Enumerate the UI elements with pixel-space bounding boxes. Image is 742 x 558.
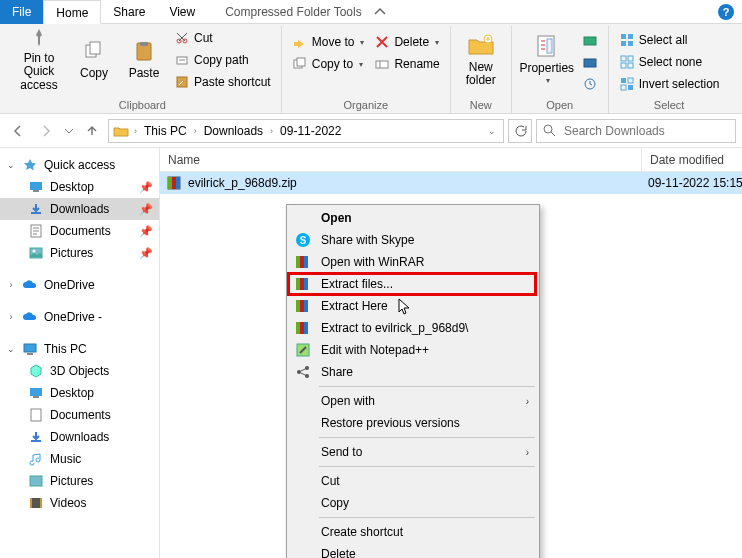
invert-selection-label: Invert selection — [639, 77, 720, 91]
new-folder-icon — [467, 31, 495, 59]
move-to-button[interactable]: Move to ▾ — [288, 32, 369, 52]
rename-button[interactable]: Rename — [370, 54, 443, 74]
new-folder-button[interactable]: New folder — [457, 26, 505, 92]
ctx-restore-previous[interactable]: Restore previous versions — [289, 412, 537, 434]
chevron-down-icon[interactable]: ⌄ — [485, 126, 499, 136]
chevron-right-icon[interactable]: › — [6, 312, 16, 322]
copy-icon — [80, 37, 108, 65]
help-icon[interactable]: ? — [718, 4, 734, 20]
tab-file[interactable]: File — [0, 0, 43, 24]
winrar-icon — [293, 276, 313, 292]
tree-item-pictures[interactable]: Pictures 📌 — [0, 242, 159, 264]
ctx-create-shortcut[interactable]: Create shortcut — [289, 521, 537, 543]
breadcrumb-separator[interactable]: › — [267, 126, 276, 136]
breadcrumb-item[interactable]: 09-11-2022 — [278, 124, 343, 138]
copy-path-button[interactable]: Copy path — [170, 50, 275, 70]
tree-item-3d-objects[interactable]: 3D Objects — [0, 360, 159, 382]
ctx-delete[interactable]: Delete — [289, 543, 537, 558]
svg-rect-3 — [140, 42, 148, 46]
pin-icon — [25, 26, 53, 50]
delete-button[interactable]: Delete ▾ — [370, 32, 443, 52]
recent-locations-button[interactable] — [62, 119, 76, 143]
chevron-down-icon[interactable]: ⌄ — [6, 344, 16, 354]
tree-item-pc-pictures[interactable]: Pictures — [0, 470, 159, 492]
ctx-cut[interactable]: Cut — [289, 470, 537, 492]
svg-rect-53 — [296, 278, 300, 290]
tree-item-documents[interactable]: Documents 📌 — [0, 220, 159, 242]
copy-button[interactable]: Copy — [70, 26, 118, 92]
ctx-separator — [319, 517, 535, 518]
ctx-share[interactable]: Share — [289, 361, 537, 383]
tree-item-pc-videos[interactable]: Videos — [0, 492, 159, 514]
collapse-ribbon-icon[interactable] — [374, 6, 386, 18]
ctx-open-with[interactable]: Open with› — [289, 390, 537, 412]
pin-to-quick-access-button[interactable]: Pin to Quick access — [10, 26, 68, 92]
ctx-extract-here[interactable]: Extract Here — [289, 295, 537, 317]
cut-button[interactable]: Cut — [170, 28, 275, 48]
tree-item-pc-desktop[interactable]: Desktop — [0, 382, 159, 404]
svg-rect-51 — [300, 256, 304, 268]
tree-label: Desktop — [50, 386, 94, 400]
svg-rect-55 — [304, 278, 308, 290]
ctx-open[interactable]: Open — [289, 207, 537, 229]
ctx-share-skype[interactable]: S Share with Skype — [289, 229, 537, 251]
documents-icon — [28, 223, 44, 239]
select-all-button[interactable]: Select all — [615, 30, 724, 50]
refresh-button[interactable] — [508, 119, 532, 143]
svg-rect-38 — [33, 396, 39, 398]
svg-rect-39 — [31, 409, 41, 421]
breadcrumb-item[interactable]: This PC — [142, 124, 189, 138]
ctx-copy[interactable]: Copy — [289, 492, 537, 514]
open-button-ribbon[interactable] — [578, 30, 602, 50]
chevron-right-icon: › — [526, 396, 529, 407]
folder-icon — [113, 124, 129, 138]
breadcrumb-item[interactable]: Downloads — [202, 124, 265, 138]
chevron-right-icon[interactable]: › — [6, 280, 16, 290]
svg-rect-58 — [304, 300, 308, 312]
tab-compressed-folder-tools[interactable]: Compressed Folder Tools — [213, 0, 374, 24]
ctx-extract-files[interactable]: Extract files... — [289, 273, 537, 295]
up-button[interactable] — [80, 119, 104, 143]
tab-view[interactable]: View — [157, 0, 207, 24]
tree-item-desktop[interactable]: Desktop 📌 — [0, 176, 159, 198]
file-row[interactable]: evilrick_p_968d9.zip 09-11-2022 15:15 — [160, 172, 742, 194]
tree-item-downloads[interactable]: Downloads 📌 — [0, 198, 159, 220]
invert-selection-button[interactable]: Invert selection — [615, 74, 724, 94]
svg-rect-47 — [176, 177, 180, 189]
delete-x-icon — [374, 34, 390, 50]
tree-item-pc-music[interactable]: Music — [0, 448, 159, 470]
address-bar[interactable]: › This PC › Downloads › 09-11-2022 ⌄ — [108, 119, 504, 143]
tree-onedrive[interactable]: › OneDrive — [0, 274, 159, 296]
tree-item-pc-documents[interactable]: Documents — [0, 404, 159, 426]
paste-button[interactable]: Paste — [120, 26, 168, 92]
tree-quick-access[interactable]: ⌄ Quick access — [0, 154, 159, 176]
copy-to-button[interactable]: Copy to ▾ — [288, 54, 369, 74]
search-box[interactable] — [536, 119, 736, 143]
breadcrumb-separator[interactable]: › — [131, 126, 140, 136]
svg-point-63 — [297, 370, 301, 374]
search-input[interactable] — [562, 123, 729, 139]
edit-button-ribbon[interactable] — [578, 52, 602, 72]
select-none-button[interactable]: Select none — [615, 52, 724, 72]
tab-share[interactable]: Share — [101, 0, 157, 24]
breadcrumb-separator[interactable]: › — [191, 126, 200, 136]
paste-shortcut-button[interactable]: Paste shortcut — [170, 72, 275, 92]
column-date-modified[interactable]: Date modified — [642, 148, 742, 171]
column-name[interactable]: Name — [160, 148, 642, 171]
history-button-ribbon[interactable] — [578, 74, 602, 94]
chevron-down-icon[interactable]: ⌄ — [6, 160, 16, 170]
svg-rect-24 — [628, 63, 633, 68]
forward-button[interactable] — [34, 119, 58, 143]
ctx-send-to[interactable]: Send to› — [289, 441, 537, 463]
tree-onedrive-2[interactable]: › OneDrive - — [0, 306, 159, 328]
properties-button[interactable]: Properties ▾ — [518, 26, 576, 92]
ctx-open-winrar[interactable]: Open with WinRAR — [289, 251, 537, 273]
back-button[interactable] — [6, 119, 30, 143]
search-icon — [543, 124, 556, 137]
tree-this-pc[interactable]: ⌄ This PC — [0, 338, 159, 360]
tree-item-pc-downloads[interactable]: Downloads — [0, 426, 159, 448]
ctx-edit-notepadpp[interactable]: Edit with Notepad++ — [289, 339, 537, 361]
tab-home[interactable]: Home — [43, 0, 101, 24]
ctx-extract-to[interactable]: Extract to evilrick_p_968d9\ — [289, 317, 537, 339]
file-name: evilrick_p_968d9.zip — [188, 176, 297, 190]
